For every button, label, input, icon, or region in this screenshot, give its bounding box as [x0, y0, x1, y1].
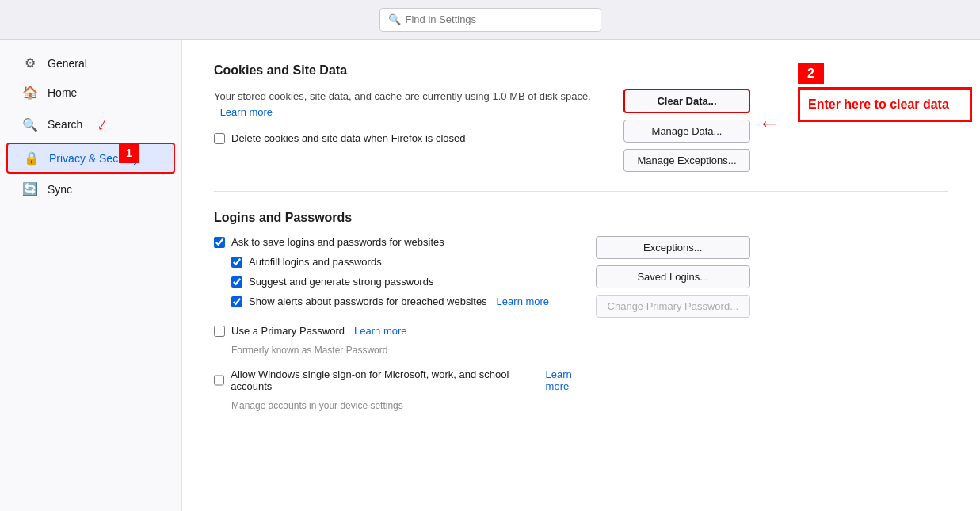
arrow1-icon: ↓: [94, 113, 112, 135]
primary-password-subtext: Formerly known as Master Password: [231, 345, 596, 356]
logins-buttons-col: Exceptions... Saved Logins... Change Pri…: [596, 236, 750, 318]
cookies-buttons-col: Clear Data... Manage Data... Manage Exce…: [623, 89, 750, 172]
primary-password-learn-more[interactable]: Learn more: [354, 325, 406, 337]
lock-icon: 🔒: [24, 151, 40, 166]
windows-sso-checkbox[interactable]: [214, 375, 224, 386]
find-in-settings-input[interactable]: [406, 13, 593, 25]
clear-data-button[interactable]: Clear Data...: [623, 89, 750, 113]
primary-password-checkbox[interactable]: [214, 326, 225, 337]
windows-sso-subtext: Manage accounts in your device settings: [231, 400, 596, 411]
search-sidebar-icon: 🔍: [22, 117, 38, 132]
top-bar: 🔍: [0, 0, 980, 40]
sidebar-label-sync: Sync: [48, 183, 72, 196]
main-layout: ⚙ General 🏠 Home 🔍 Search ↓ 1 🔒 Privacy …: [0, 40, 980, 511]
windows-sso-learn-more[interactable]: Learn more: [546, 368, 596, 392]
annotation-container: 2 Enter here to clear data →: [798, 63, 972, 122]
sidebar: ⚙ General 🏠 Home 🔍 Search ↓ 1 🔒 Privacy …: [0, 40, 182, 511]
sidebar-item-general[interactable]: ⚙ General: [6, 49, 175, 77]
delete-cookies-label: Delete cookies and site data when Firefo…: [231, 132, 466, 144]
windows-sso-row: Allow Windows single sign-on for Microso…: [214, 368, 596, 392]
logins-row: Ask to save logins and passwords for web…: [214, 236, 948, 418]
alerts-label: Show alerts about passwords for breached…: [249, 296, 487, 307]
ask-save-label: Ask to save logins and passwords for web…: [231, 236, 444, 248]
suggest-checkbox[interactable]: [231, 276, 242, 288]
manage-data-button[interactable]: Manage Data...: [623, 120, 750, 143]
annotation-badge-1: 1: [119, 143, 139, 163]
suggest-row: Suggest and generate strong passwords: [231, 276, 596, 288]
autofill-label: Autofill logins and passwords: [249, 256, 382, 268]
change-primary-password-button[interactable]: Change Primary Password...: [596, 295, 750, 318]
saved-logins-button[interactable]: Saved Logins...: [596, 265, 750, 288]
primary-password-row: Use a Primary Password Learn more: [214, 325, 596, 337]
sidebar-item-search[interactable]: 🔍 Search ↓: [6, 108, 175, 141]
windows-sso-label: Allow Windows single sign-on for Microso…: [231, 368, 536, 392]
alerts-checkbox[interactable]: [231, 296, 242, 307]
ask-save-row: Ask to save logins and passwords for web…: [214, 236, 596, 248]
cookies-desc-col: Your stored cookies, site data, and cach…: [214, 89, 623, 152]
logins-section: Logins and Passwords Ask to save logins …: [214, 211, 948, 418]
sidebar-label-home: Home: [48, 86, 77, 99]
suggest-label: Suggest and generate strong passwords: [249, 276, 433, 288]
delete-cookies-row: Delete cookies and site data when Firefo…: [214, 132, 623, 144]
autofill-checkbox[interactable]: [231, 257, 242, 268]
alerts-row: Show alerts about passwords for breached…: [231, 296, 596, 307]
cookies-description: Your stored cookies, site data, and cach…: [214, 89, 623, 120]
alerts-learn-more[interactable]: Learn more: [497, 296, 549, 307]
search-icon: 🔍: [388, 13, 401, 25]
ask-save-checkbox[interactable]: [214, 237, 225, 248]
sidebar-item-sync[interactable]: 🔄 Sync: [6, 175, 175, 203]
sidebar-label-search: Search: [48, 118, 82, 131]
logins-left-col: Ask to save logins and passwords for web…: [214, 236, 596, 418]
content-area: 2 Enter here to clear data → Cookies and…: [182, 40, 980, 511]
annotation-tooltip: Enter here to clear data: [798, 87, 972, 122]
gear-icon: ⚙: [22, 55, 38, 71]
sidebar-item-privacy[interactable]: 1 🔒 Privacy & Security: [6, 143, 175, 174]
exceptions-button[interactable]: Exceptions...: [596, 236, 750, 259]
spacer2: [214, 362, 596, 368]
section-divider-1: [214, 191, 948, 192]
delete-cookies-checkbox[interactable]: [214, 133, 225, 144]
primary-password-label: Use a Primary Password: [231, 325, 345, 337]
sidebar-item-home[interactable]: 🏠 Home: [6, 78, 175, 106]
annotation-arrow: →: [758, 111, 780, 136]
autofill-row: Autofill logins and passwords: [231, 256, 596, 268]
cookies-learn-more[interactable]: Learn more: [220, 106, 273, 118]
annotation-badge-2: 2: [798, 63, 824, 84]
spacer1: [214, 315, 596, 325]
find-in-settings-bar[interactable]: 🔍: [379, 8, 601, 32]
sync-icon: 🔄: [22, 181, 38, 196]
home-icon: 🏠: [22, 85, 38, 100]
sidebar-label-general: General: [48, 57, 87, 70]
manage-exceptions-button[interactable]: Manage Exceptions...: [623, 149, 750, 172]
logins-title: Logins and Passwords: [214, 211, 948, 225]
annotation-text: Enter here to clear data: [808, 97, 949, 111]
